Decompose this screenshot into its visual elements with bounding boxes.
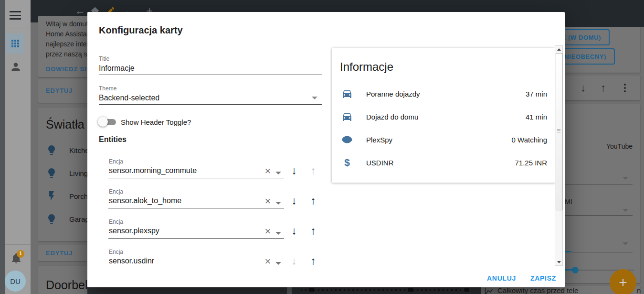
edit-button[interactable]: EDYTUJ — [46, 87, 73, 94]
card-title: Doorbell — [46, 278, 90, 292]
preview-card-title: Informacje — [340, 60, 393, 74]
clear-icon[interactable]: × — [262, 225, 274, 238]
move-entity-down-button[interactable]: ↓ — [288, 195, 300, 207]
entity-field-input[interactable]: sensor.alok_to_home — [109, 196, 181, 205]
scrollbar-thumb[interactable] — [556, 53, 563, 210]
chevron-down-icon[interactable] — [623, 242, 628, 245]
theme-field-underline — [99, 104, 322, 105]
chevron-down-icon[interactable] — [623, 177, 628, 180]
entity-name: USDINR — [366, 159, 394, 167]
clear-icon[interactable]: × — [262, 195, 274, 207]
media-source-label: YouTube — [606, 142, 633, 150]
title-field-underline — [99, 75, 322, 75]
move-entity-down-button[interactable]: ↓ — [288, 225, 300, 237]
overflow-menu-icon[interactable] — [623, 82, 627, 94]
save-button[interactable]: ZAPISZ — [530, 274, 556, 282]
theme-select[interactable]: Backend-selected — [99, 94, 159, 102]
entity-field-underline — [108, 178, 284, 178]
preview-entity-row: $ USDINR 71.25 INR — [332, 157, 555, 169]
entity-name: Dojazd do domu — [366, 113, 418, 121]
scroll-down-button[interactable] — [555, 259, 562, 265]
dialog-footer: ANULUJ ZAPISZ — [487, 274, 556, 282]
toggle-knob — [98, 117, 108, 127]
entity-state: 0 Watching — [512, 136, 547, 144]
move-entity-down-button[interactable]: ↓ — [288, 164, 300, 177]
chevron-down-icon[interactable] — [275, 172, 281, 174]
card-preview: Informacje Poranne dojazdy 37 min Dojazd… — [332, 48, 555, 183]
chevron-down-icon[interactable] — [275, 232, 281, 235]
dashboard-grid-icon — [11, 40, 19, 47]
notification-badge: 1 — [17, 250, 24, 258]
entity-field-label: Encja — [109, 158, 123, 165]
entity-field-input[interactable]: sensor.usdinr — [109, 257, 154, 265]
dialog-title: Konfiguracja karty — [99, 25, 183, 36]
clear-icon[interactable]: × — [262, 165, 274, 177]
entity-field-input[interactable]: sensor.morning_commute — [109, 166, 197, 175]
menu-button[interactable] — [10, 11, 21, 20]
sidebar-divider — [5, 29, 31, 29]
entity-config-row: Encja sensor.plexspy × ↓ ↑ — [108, 218, 328, 247]
select-label-fragment: MI — [565, 198, 572, 206]
move-down-icon[interactable]: ↓ — [581, 82, 586, 94]
cancel-button[interactable]: ANULUJ — [487, 274, 516, 282]
entity-config-row: Encja sensor.usdinr × ↓ ↑ — [108, 249, 328, 277]
entity-field-label: Encja — [109, 249, 123, 255]
plus-icon: + — [619, 274, 627, 291]
entity-name: Poranne dojazdy — [366, 90, 420, 98]
chevron-down-icon[interactable] — [623, 209, 628, 212]
add-card-fab[interactable]: + — [610, 269, 636, 294]
entities-heading: Entities — [99, 135, 127, 144]
entity-name: PlexSpy — [366, 136, 392, 144]
texture-blob — [408, 288, 413, 292]
lightbulb-icon — [46, 144, 57, 156]
preview-entity-row: Poranne dojazdy 37 min — [332, 88, 555, 100]
entity-field-input[interactable]: sensor.plexspy — [109, 227, 159, 235]
sidebar-divider — [5, 244, 31, 245]
person-icon — [10, 61, 22, 73]
dialog-scrollbar[interactable] — [555, 45, 563, 266]
texture-dots — [301, 289, 468, 291]
tv-time-value-fragment: n — [637, 286, 641, 294]
card-gap — [287, 287, 292, 294]
scroll-up-button[interactable] — [555, 46, 562, 53]
chevron-down-icon[interactable] — [275, 202, 281, 205]
footer-divider — [87, 266, 565, 266]
avatar[interactable]: DU — [5, 271, 26, 292]
edit-button[interactable]: EDYTUJ — [46, 250, 73, 257]
flash-icon — [46, 190, 57, 202]
volume-slider-thumb[interactable] — [572, 267, 579, 273]
texture-blob — [465, 288, 469, 292]
entity-name[interactable]: Garag — [69, 215, 89, 223]
entity-config-row: Encja sensor.morning_commute × ↓ ↑ — [108, 158, 328, 187]
entity-name[interactable]: Porch — [69, 192, 88, 200]
entity-state: 71.25 INR — [515, 159, 547, 167]
camera-preview-strip — [87, 287, 481, 294]
preview-entity-row: Dojazd do domu 41 min — [332, 111, 555, 123]
chevron-down-icon[interactable] — [312, 97, 317, 99]
entity-field-label: Encja — [109, 188, 123, 195]
dollar-icon: $ — [341, 157, 353, 168]
entity-state: 41 min — [526, 113, 547, 121]
entity-name[interactable]: Living — [69, 169, 88, 177]
preview-entity-row: PlexSpy 0 Watching — [332, 134, 555, 146]
notifications-button[interactable]: 1 — [11, 252, 22, 264]
header-extension — [565, 22, 644, 27]
move-entity-up-button[interactable]: ↑ — [307, 225, 319, 237]
lightbulb-icon — [46, 213, 57, 225]
card-title: Światła — [46, 118, 84, 131]
sidebar-item-people[interactable] — [10, 61, 22, 73]
texture-blob — [309, 288, 314, 292]
back-arrow-icon[interactable]: ← — [74, 5, 86, 17]
chevron-down-icon[interactable] — [275, 262, 281, 265]
move-up-icon[interactable]: ↑ — [601, 82, 606, 94]
move-entity-up-button[interactable]: ↑ — [307, 195, 319, 207]
car-icon — [341, 111, 353, 122]
entity-config-row: Encja sensor.alok_to_home × ↓ ↑ — [108, 188, 328, 217]
window-edge — [0, 0, 5, 294]
title-field-input[interactable]: Informacje — [99, 64, 135, 73]
entity-name[interactable]: Kitche — [69, 146, 89, 154]
app-sidebar: 1 DU — [5, 0, 31, 294]
tv-time-label[interactable]: Całkowity czas przed tele — [497, 286, 578, 294]
move-entity-up-button: ↑ — [307, 164, 319, 177]
sidebar-item-dashboard[interactable] — [6, 33, 24, 54]
